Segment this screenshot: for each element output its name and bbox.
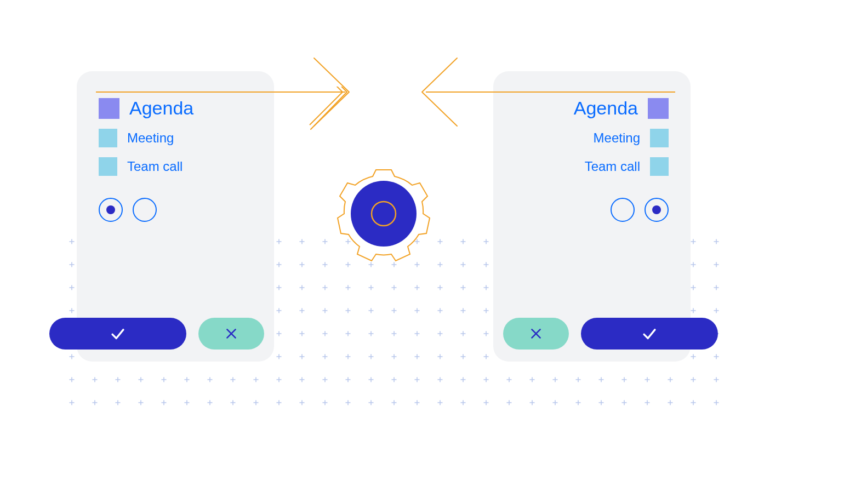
list-item: Team call [99,157,252,176]
item-swatch [650,129,669,147]
confirm-button[interactable] [49,318,186,350]
cancel-button[interactable] [503,318,569,350]
check-icon [109,324,127,343]
card-title: Agenda [574,98,638,119]
radio-group [515,198,669,222]
item-swatch [650,157,669,176]
item-swatch [99,157,117,176]
list-item: Meeting [99,129,252,147]
title-row: Agenda [99,98,252,119]
card-title: Agenda [129,98,193,119]
radio-option-1[interactable] [99,198,123,222]
confirm-button[interactable] [581,318,718,350]
cross-icon [529,327,543,341]
list-item: Team call [515,157,669,176]
radio-group [99,198,252,222]
list-item: Meeting [515,129,669,147]
list-item-label: Team call [585,159,640,174]
cancel-button[interactable] [198,318,264,350]
title-row: Agenda [515,98,669,119]
list-item-label: Meeting [127,130,174,146]
list-item-label: Meeting [594,130,640,146]
gear-icon [334,164,433,263]
card-rtl: Agenda Meeting Team call [493,71,691,362]
check-icon [640,324,659,343]
radio-option-1[interactable] [611,198,635,222]
svg-point-4 [351,181,417,247]
item-swatch [99,129,117,147]
button-row [49,318,264,350]
title-swatch [648,98,669,119]
radio-option-2[interactable] [645,198,669,222]
card-ltr: Agenda Meeting Team call [77,71,274,362]
radio-option-2[interactable] [133,198,157,222]
title-swatch [99,98,119,119]
cross-icon [224,327,238,341]
list-item-label: Team call [127,159,183,174]
button-row [503,318,718,350]
